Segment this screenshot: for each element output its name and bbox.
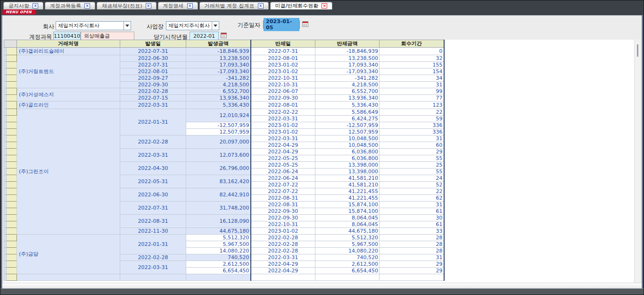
- row-selector-button[interactable]: [7, 68, 17, 75]
- settlement-amount-cell[interactable]: 41,221,455: [315, 195, 380, 202]
- row-selector-button[interactable]: [7, 129, 17, 135]
- settlement-date-cell[interactable]: [251, 274, 315, 281]
- occurrence-amount-cell[interactable]: 13,936,340: [186, 95, 251, 101]
- tab-item-2[interactable]: 채권채무장(전표)×: [97, 2, 157, 9]
- row-selector-button[interactable]: [7, 82, 17, 88]
- row-selector-button[interactable]: [7, 182, 17, 188]
- occurrence-date-cell[interactable]: 2022-07-31: [120, 202, 186, 215]
- collection-days-cell[interactable]: 31: [380, 202, 444, 208]
- settlement-amount-cell[interactable]: 6,036,800: [315, 155, 380, 162]
- horizontal-scrollbar[interactable]: [2, 283, 642, 288]
- settlement-amount-cell[interactable]: [315, 274, 380, 281]
- settlement-amount-cell[interactable]: 8,064,045: [315, 215, 380, 221]
- occurrence-amount-cell[interactable]: 20,097,000: [186, 135, 251, 149]
- settlement-amount-cell[interactable]: -341,282: [315, 75, 380, 82]
- collection-days-cell[interactable]: 28: [380, 248, 444, 254]
- settlement-date-cell[interactable]: 2022-07-31: [251, 48, 315, 55]
- settlement-amount-cell[interactable]: 4,218,500: [315, 82, 380, 88]
- tab-item-3[interactable]: 계정명세×: [158, 2, 198, 9]
- vertical-scrollbar-thumb[interactable]: [637, 44, 638, 57]
- settlement-date-cell[interactable]: 2023-01-02: [251, 228, 315, 235]
- settlement-date-cell[interactable]: 2022-08-01: [251, 55, 315, 62]
- settlement-date-cell[interactable]: 2022-10-31: [251, 221, 315, 228]
- occurrence-date-cell[interactable]: 2022-02-28: [120, 254, 186, 261]
- collection-days-cell[interactable]: 61: [380, 221, 444, 228]
- occurrence-amount-cell[interactable]: 44,675,180: [186, 228, 251, 235]
- collection-days-cell[interactable]: 22: [380, 188, 444, 195]
- settlement-amount-cell[interactable]: 10,048,500: [315, 142, 380, 149]
- occurrence-amount-cell[interactable]: 31,748,200: [186, 202, 251, 215]
- tab-close-icon[interactable]: ×: [258, 3, 264, 8]
- settlement-date-cell[interactable]: 2022-08-01: [251, 101, 315, 109]
- settlement-amount-cell[interactable]: 13,398,000: [315, 169, 380, 175]
- collection-days-cell[interactable]: 31: [380, 82, 444, 88]
- row-selector-button[interactable]: [7, 55, 17, 62]
- row-selector-button[interactable]: [7, 75, 17, 82]
- collection-days-cell[interactable]: 30: [380, 215, 444, 221]
- settlement-date-cell[interactable]: 2022-04-29: [251, 268, 315, 274]
- settlement-amount-cell[interactable]: 5,336,430: [315, 101, 380, 109]
- collection-days-cell[interactable]: 55: [380, 169, 444, 175]
- settlement-amount-cell[interactable]: 41,581,210: [315, 182, 380, 188]
- row-selector-button[interactable]: [7, 62, 17, 68]
- collection-days-cell[interactable]: [380, 274, 444, 281]
- settlement-date-cell[interactable]: 2022-05-25: [251, 155, 315, 162]
- collection-days-cell[interactable]: 22: [380, 109, 444, 116]
- occurrence-date-cell[interactable]: 2022-07-31: [120, 62, 186, 68]
- row-selector-button[interactable]: [7, 241, 17, 248]
- collection-days-cell[interactable]: 31: [380, 135, 444, 142]
- occurrence-date-cell[interactable]: 2022-06-30: [120, 188, 186, 202]
- occurrence-amount-cell[interactable]: -18,846,939: [186, 48, 251, 55]
- collection-days-cell[interactable]: 60: [380, 142, 444, 149]
- occurrence-amount-cell[interactable]: 12,010,924: [186, 109, 251, 122]
- customer-name-cell[interactable]: [17, 274, 120, 281]
- settlement-date-cell[interactable]: 2022-07-22: [251, 188, 315, 195]
- settlement-date-cell[interactable]: 2022-09-30: [251, 208, 315, 215]
- row-selector-button[interactable]: [7, 95, 17, 101]
- occurrence-amount-cell[interactable]: 16,128,090: [186, 215, 251, 228]
- collection-days-cell[interactable]: 31: [380, 254, 444, 261]
- tab-close-icon[interactable]: ×: [187, 3, 193, 8]
- customer-name-cell[interactable]: (주)금담: [17, 235, 120, 274]
- vertical-scrollbar[interactable]: [634, 40, 640, 283]
- settlement-date-cell[interactable]: 2022-05-25: [251, 162, 315, 169]
- occurrence-amount-cell[interactable]: 17,093,340: [186, 62, 251, 68]
- collection-days-cell[interactable]: 29: [380, 149, 444, 155]
- settlement-amount-cell[interactable]: -17,093,340: [315, 68, 380, 75]
- settlement-date-cell[interactable]: 2022-10-31: [251, 75, 315, 82]
- occurrence-amount-cell[interactable]: [186, 274, 251, 281]
- collection-days-cell[interactable]: 28: [380, 241, 444, 248]
- occurrence-date-cell[interactable]: [120, 274, 186, 281]
- occurrence-amount-cell[interactable]: 2,612,500: [186, 261, 251, 268]
- settlement-amount-cell[interactable]: 5,967,500: [315, 241, 380, 248]
- row-selector-button[interactable]: [7, 202, 17, 208]
- occurrence-amount-cell[interactable]: 82,442,910: [186, 188, 251, 202]
- settlement-amount-cell[interactable]: 5,586,649: [315, 109, 380, 116]
- occurrence-date-cell[interactable]: 2022-08-31: [120, 215, 186, 228]
- settlement-date-cell[interactable]: 2022-06-24: [251, 169, 315, 175]
- occurrence-date-cell[interactable]: 2022-07-31: [120, 48, 186, 55]
- row-selector-button[interactable]: [7, 215, 17, 221]
- row-selector-button[interactable]: [7, 122, 17, 129]
- settlement-date-cell[interactable]: 2023-01-02: [251, 122, 315, 129]
- tab-item-4[interactable]: 거래처별 계정 집계표×: [199, 2, 269, 9]
- tab-item-5[interactable]: 미결/반제회수현황×: [270, 2, 333, 9]
- collection-days-cell[interactable]: 55: [380, 155, 444, 162]
- occurrence-amount-cell[interactable]: 740,520: [186, 254, 251, 261]
- row-selector-button[interactable]: [7, 274, 17, 281]
- occurrence-amount-cell[interactable]: 12,507,959: [186, 129, 251, 135]
- settlement-amount-cell[interactable]: 6,654,450: [315, 268, 380, 274]
- base-date-input[interactable]: 2023-01-05: [263, 20, 300, 29]
- settlement-date-cell[interactable]: 2022-07-22: [251, 182, 315, 188]
- tab-close-icon[interactable]: ×: [33, 3, 38, 8]
- settlement-amount-cell[interactable]: 44,675,180: [315, 228, 380, 235]
- collection-days-cell[interactable]: 33: [380, 228, 444, 235]
- collection-days-cell[interactable]: 59: [380, 116, 444, 122]
- collection-days-cell[interactable]: 29: [380, 261, 444, 268]
- occurrence-date-cell[interactable]: 2022-08-01: [120, 68, 186, 75]
- occurrence-date-cell[interactable]: 2022-01-31: [120, 109, 186, 135]
- settlement-amount-cell[interactable]: 740,520: [315, 254, 380, 261]
- settlement-date-cell[interactable]: 2022-09-30: [251, 215, 315, 221]
- row-selector-button[interactable]: [7, 248, 17, 254]
- row-selector-button[interactable]: [7, 235, 17, 241]
